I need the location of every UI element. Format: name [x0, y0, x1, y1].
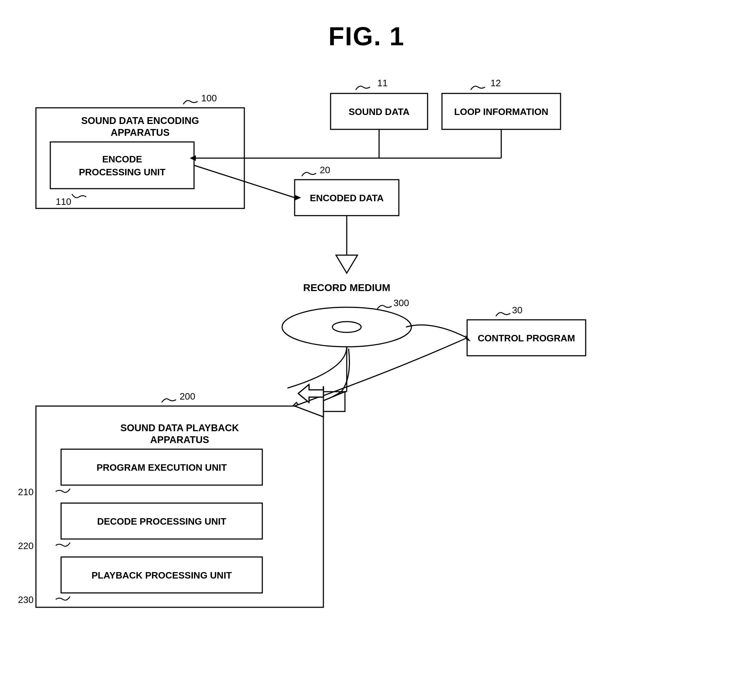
svg-text:12: 12 [491, 78, 501, 88]
svg-text:PLAYBACK PROCESSING UNIT: PLAYBACK PROCESSING UNIT [92, 570, 232, 581]
svg-text:CONTROL PROGRAM: CONTROL PROGRAM [477, 333, 575, 344]
svg-line-55 [298, 394, 309, 403]
svg-rect-0 [331, 93, 427, 129]
svg-text:ENCODE: ENCODE [102, 154, 142, 165]
svg-point-28 [332, 322, 361, 332]
svg-text:ENCODED DATA: ENCODED DATA [310, 193, 384, 203]
svg-rect-42 [61, 503, 262, 539]
svg-text:110: 110 [56, 196, 71, 207]
svg-text:PROGRAM EXECUTION UNIT: PROGRAM EXECUTION UNIT [97, 462, 227, 473]
svg-text:DECODE PROCESSING UNIT: DECODE PROCESSING UNIT [97, 516, 226, 527]
svg-marker-23 [295, 195, 301, 200]
svg-marker-33 [465, 335, 471, 341]
svg-rect-14 [295, 180, 399, 216]
svg-text:SOUND DATA PLAYBACK: SOUND DATA PLAYBACK [120, 423, 239, 433]
svg-line-56 [298, 384, 309, 394]
svg-rect-30 [467, 320, 586, 356]
svg-text:LOOP INFORMATION: LOOP INFORMATION [454, 106, 548, 117]
svg-text:220: 220 [18, 540, 34, 551]
svg-text:200: 200 [180, 391, 195, 402]
svg-marker-60 [298, 384, 323, 403]
svg-text:PROCESSING UNIT: PROCESSING UNIT [79, 167, 165, 178]
page-title: FIG. 1 [0, 0, 733, 51]
svg-rect-39 [61, 449, 262, 485]
svg-rect-10 [50, 142, 194, 189]
svg-marker-48 [323, 392, 345, 412]
svg-text:APPARATUS: APPARATUS [150, 434, 209, 445]
svg-text:APPARATUS: APPARATUS [111, 127, 170, 138]
svg-text:210: 210 [18, 487, 34, 497]
svg-rect-3 [442, 93, 561, 129]
svg-text:20: 20 [320, 165, 330, 175]
svg-text:100: 100 [201, 93, 217, 103]
svg-text:230: 230 [18, 594, 34, 605]
svg-text:30: 30 [512, 305, 523, 316]
svg-marker-49 [295, 395, 323, 417]
svg-rect-35 [36, 406, 323, 607]
svg-text:SOUND DATA: SOUND DATA [348, 106, 410, 117]
svg-line-22 [194, 165, 295, 198]
svg-marker-34 [289, 403, 302, 410]
svg-text:RECORD MEDIUM: RECORD MEDIUM [303, 282, 391, 293]
svg-rect-6 [36, 108, 244, 209]
svg-text:300: 300 [394, 297, 409, 308]
svg-marker-19 [190, 155, 196, 161]
svg-marker-25 [336, 255, 357, 273]
svg-point-27 [282, 307, 411, 347]
svg-text:11: 11 [377, 78, 388, 88]
svg-rect-45 [61, 557, 262, 593]
svg-text:SOUND DATA ENCODING: SOUND DATA ENCODING [81, 115, 199, 126]
